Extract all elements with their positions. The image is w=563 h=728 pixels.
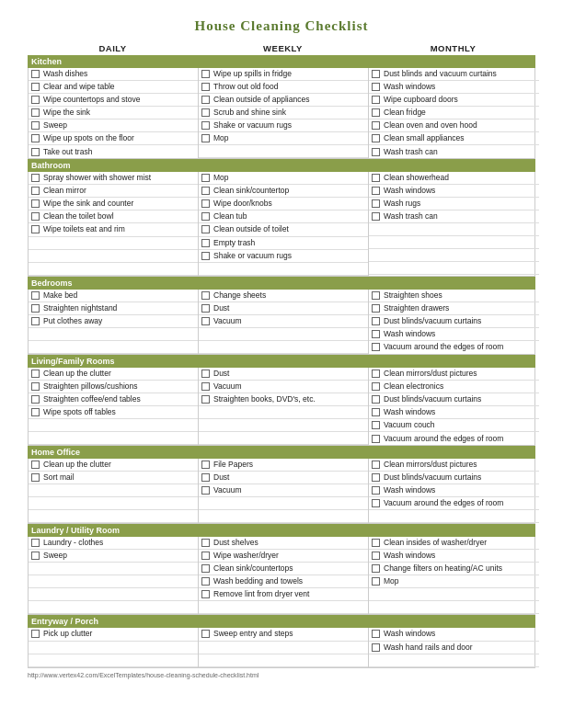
checkbox[interactable]	[201, 239, 210, 247]
list-item[interactable]: Change sheets	[199, 290, 368, 302]
list-item[interactable]: Wash windows	[369, 628, 539, 641]
list-item[interactable]: Sort mail	[29, 472, 198, 484]
checkbox[interactable]	[372, 473, 380, 482]
checkbox[interactable]	[201, 252, 210, 260]
checkbox[interactable]	[372, 83, 380, 91]
checkbox[interactable]	[372, 577, 380, 586]
checkbox[interactable]	[372, 552, 380, 560]
checkbox[interactable]	[201, 187, 210, 195]
list-item[interactable]: Wash windows	[369, 328, 539, 341]
checkbox[interactable]	[31, 408, 40, 416]
checkbox[interactable]	[372, 421, 380, 429]
list-item[interactable]: Straighten shoes	[369, 290, 539, 302]
checkbox[interactable]	[31, 317, 40, 325]
list-item[interactable]: Straighten drawers	[369, 302, 539, 315]
list-item[interactable]: Wash dishes	[29, 68, 198, 81]
list-item[interactable]: Clean mirrors/dust pictures	[369, 459, 539, 472]
checkbox[interactable]	[201, 83, 210, 91]
list-item[interactable]: Pick up clutter	[29, 628, 198, 641]
list-item[interactable]: Vacuum	[199, 484, 368, 497]
checkbox[interactable]	[201, 564, 210, 573]
list-item[interactable]: Wipe up spots on the floor	[29, 132, 198, 145]
list-item[interactable]: Remove lint from dryer vent	[199, 588, 368, 601]
checkbox[interactable]	[372, 174, 380, 182]
checkbox[interactable]	[372, 212, 380, 221]
list-item[interactable]: Wash windows	[369, 81, 539, 94]
list-item[interactable]: Wipe cupboard doors	[369, 94, 539, 107]
checkbox[interactable]	[372, 291, 380, 300]
list-item[interactable]: Clean sink/countertops	[199, 563, 368, 575]
checkbox[interactable]	[201, 212, 210, 221]
list-item[interactable]: Dust blinds/vacuum curtains	[369, 393, 539, 406]
list-item[interactable]: Wipe toilets eat and rim	[29, 223, 198, 236]
checkbox[interactable]	[31, 148, 40, 156]
list-item[interactable]: Scrub and shine sink	[199, 107, 368, 119]
list-item[interactable]: Clean outside of toilet	[199, 223, 368, 236]
list-item[interactable]: Wipe up spills in fridge	[199, 68, 368, 81]
checkbox[interactable]	[31, 539, 40, 547]
list-item[interactable]: Dust	[199, 472, 368, 484]
checkbox[interactable]	[31, 225, 40, 233]
list-item[interactable]: Clean small appliances	[369, 132, 539, 145]
list-item[interactable]: Make bed	[29, 290, 198, 302]
list-item[interactable]: Wipe the sink	[29, 107, 198, 119]
checkbox[interactable]	[31, 304, 40, 313]
list-item[interactable]: Mop	[369, 575, 539, 588]
checkbox[interactable]	[201, 370, 210, 378]
checkbox[interactable]	[31, 174, 40, 182]
list-item[interactable]: Take out trash	[29, 145, 198, 158]
checkbox[interactable]	[201, 70, 210, 78]
list-item[interactable]: Clean tub	[199, 210, 368, 223]
checkbox[interactable]	[31, 121, 40, 130]
checkbox[interactable]	[372, 499, 380, 507]
list-item[interactable]: Wash windows	[369, 484, 539, 497]
list-item[interactable]: Clean oven and oven hood	[369, 119, 539, 132]
checkbox[interactable]	[201, 461, 210, 469]
list-item[interactable]: Clean up the clutter	[29, 459, 198, 472]
checkbox[interactable]	[201, 291, 210, 300]
checkbox[interactable]	[201, 473, 210, 482]
list-item[interactable]: Dust blinds/vacuum curtains	[369, 472, 539, 484]
checkbox[interactable]	[31, 461, 40, 469]
list-item[interactable]: Vacuum around the edges of room	[369, 341, 539, 354]
checkbox[interactable]	[372, 108, 380, 117]
checkbox[interactable]	[201, 317, 210, 325]
checkbox[interactable]	[201, 552, 210, 560]
checkbox[interactable]	[372, 630, 380, 638]
list-item[interactable]: Vacuum	[199, 381, 368, 393]
list-item[interactable]: Sweep	[29, 119, 198, 132]
checkbox[interactable]	[201, 630, 210, 638]
list-item[interactable]: Vacuum	[199, 315, 368, 328]
list-item[interactable]: Clean sink/countertop	[199, 185, 368, 198]
list-item[interactable]: Sweep entry and steps	[199, 628, 368, 641]
checkbox[interactable]	[31, 212, 40, 221]
checkbox[interactable]	[31, 134, 40, 142]
checkbox[interactable]	[31, 382, 40, 391]
list-item[interactable]: Clean mirror	[29, 185, 198, 198]
list-item[interactable]: Spray shower with shower mist	[29, 172, 198, 185]
list-item[interactable]: Clean insides of washer/dryer	[369, 537, 539, 550]
list-item[interactable]: Wipe spots off tables	[29, 406, 198, 419]
list-item[interactable]: Clean fridge	[369, 107, 539, 119]
checkbox[interactable]	[372, 304, 380, 313]
list-item[interactable]: Dust	[199, 368, 368, 381]
checkbox[interactable]	[372, 148, 380, 156]
checkbox[interactable]	[201, 539, 210, 547]
checkbox[interactable]	[201, 121, 210, 130]
checkbox[interactable]	[372, 121, 380, 130]
list-item[interactable]: Wash windows	[369, 185, 539, 198]
checkbox[interactable]	[201, 225, 210, 233]
checkbox[interactable]	[201, 96, 210, 104]
list-item[interactable]: Shake or vacuum rugs	[199, 250, 368, 263]
list-item[interactable]: Straighten pillows/cushions	[29, 381, 198, 393]
list-item[interactable]: Throw out old food	[199, 81, 368, 94]
checkbox[interactable]	[201, 382, 210, 391]
checkbox[interactable]	[201, 108, 210, 117]
list-item[interactable]: Mop	[199, 172, 368, 185]
list-item[interactable]: Wash trash can	[369, 145, 539, 158]
checkbox[interactable]	[372, 96, 380, 104]
checkbox[interactable]	[201, 590, 210, 598]
checkbox[interactable]	[31, 395, 40, 404]
checkbox[interactable]	[372, 539, 380, 547]
checkbox[interactable]	[372, 343, 380, 351]
